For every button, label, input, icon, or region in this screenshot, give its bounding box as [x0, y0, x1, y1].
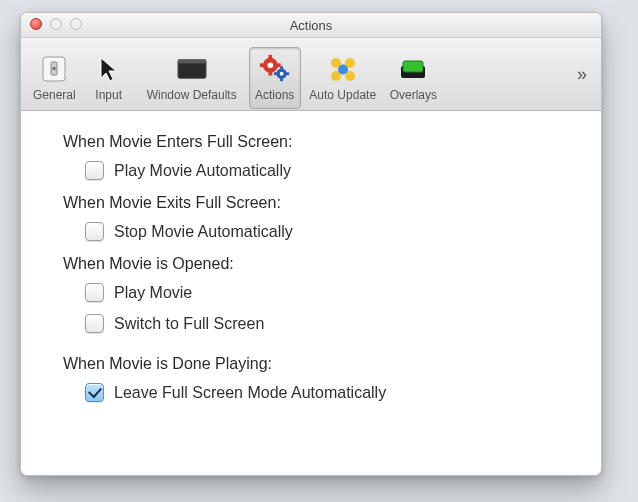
svg-rect-14 — [274, 72, 278, 75]
svg-rect-12 — [280, 66, 283, 70]
general-icon — [38, 53, 70, 85]
toolbar-tab-window-defaults[interactable]: Window Defaults — [137, 47, 247, 109]
toolbar-tab-label: Overlays — [390, 88, 437, 102]
window-minimize-button[interactable] — [50, 18, 62, 30]
checkbox[interactable] — [85, 383, 104, 402]
option-label: Play Movie — [114, 284, 192, 302]
option-label: Stop Movie Automatically — [114, 223, 293, 241]
section-title: When Movie Exits Full Screen: — [63, 194, 581, 212]
option-label: Switch to Full Screen — [114, 315, 264, 333]
option-leave-fs-auto[interactable]: Leave Full Screen Mode Automatically — [85, 383, 581, 402]
section-opened: When Movie is Opened: Play Movie Switch … — [63, 255, 581, 333]
toolbar-tab-label: Actions — [255, 88, 294, 102]
option-switch-fs[interactable]: Switch to Full Screen — [85, 314, 581, 333]
option-stop-auto-exit[interactable]: Stop Movie Automatically — [85, 222, 581, 241]
svg-rect-7 — [268, 71, 272, 76]
cursor-icon — [93, 53, 125, 85]
svg-point-10 — [267, 62, 273, 68]
overlays-icon — [397, 53, 429, 85]
checkbox[interactable] — [85, 222, 104, 241]
window-title: Actions — [290, 18, 333, 33]
toolbar-tab-auto-update[interactable]: Auto Update — [303, 47, 383, 109]
svg-rect-6 — [268, 55, 272, 60]
pane-actions: When Movie Enters Full Screen: Play Movi… — [21, 111, 601, 436]
svg-rect-2 — [53, 67, 56, 70]
checkbox[interactable] — [85, 283, 104, 302]
section-enter-fullscreen: When Movie Enters Full Screen: Play Movi… — [63, 133, 581, 180]
checkbox[interactable] — [85, 314, 104, 333]
svg-rect-4 — [178, 60, 206, 64]
titlebar[interactable]: Actions — [21, 13, 601, 38]
gears-icon — [259, 53, 291, 85]
toolbar-tab-label: General — [33, 88, 76, 102]
toolbar-overflow-button[interactable]: » — [569, 38, 595, 110]
toolbar-tab-label: Window Defaults — [147, 88, 237, 102]
window-traffic-lights — [30, 18, 82, 30]
toolbar-tab-actions[interactable]: Actions — [249, 47, 301, 109]
svg-rect-13 — [280, 77, 283, 81]
section-title: When Movie is Done Playing: — [63, 355, 581, 373]
preferences-toolbar: General Input Window Defaults — [21, 38, 601, 111]
section-title: When Movie Enters Full Screen: — [63, 133, 581, 151]
svg-point-16 — [279, 72, 283, 76]
chevron-double-right-icon: » — [577, 64, 587, 85]
option-label: Play Movie Automatically — [114, 162, 291, 180]
svg-point-21 — [338, 65, 348, 75]
window-icon — [176, 53, 208, 85]
toolbar-tab-input[interactable]: Input — [83, 47, 135, 109]
section-exit-fullscreen: When Movie Exits Full Screen: Stop Movie… — [63, 194, 581, 241]
svg-rect-9 — [276, 63, 281, 67]
option-play-auto-enter[interactable]: Play Movie Automatically — [85, 161, 581, 180]
window-zoom-button[interactable] — [70, 18, 82, 30]
toolbar-tab-overlays[interactable]: Overlays — [385, 47, 442, 109]
svg-rect-23 — [403, 61, 423, 72]
toolbar-tab-general[interactable]: General — [28, 47, 81, 109]
section-title: When Movie is Opened: — [63, 255, 581, 273]
option-play-on-open[interactable]: Play Movie — [85, 283, 581, 302]
auto-update-icon — [327, 53, 359, 85]
toolbar-tab-label: Input — [95, 88, 122, 102]
svg-rect-15 — [285, 72, 289, 75]
preferences-window: Actions General Input — [20, 12, 602, 476]
svg-rect-8 — [260, 63, 265, 67]
toolbar-tab-label: Auto Update — [309, 88, 376, 102]
window-close-button[interactable] — [30, 18, 42, 30]
section-done-playing: When Movie is Done Playing: Leave Full S… — [63, 355, 581, 402]
checkbox[interactable] — [85, 161, 104, 180]
option-label: Leave Full Screen Mode Automatically — [114, 384, 386, 402]
